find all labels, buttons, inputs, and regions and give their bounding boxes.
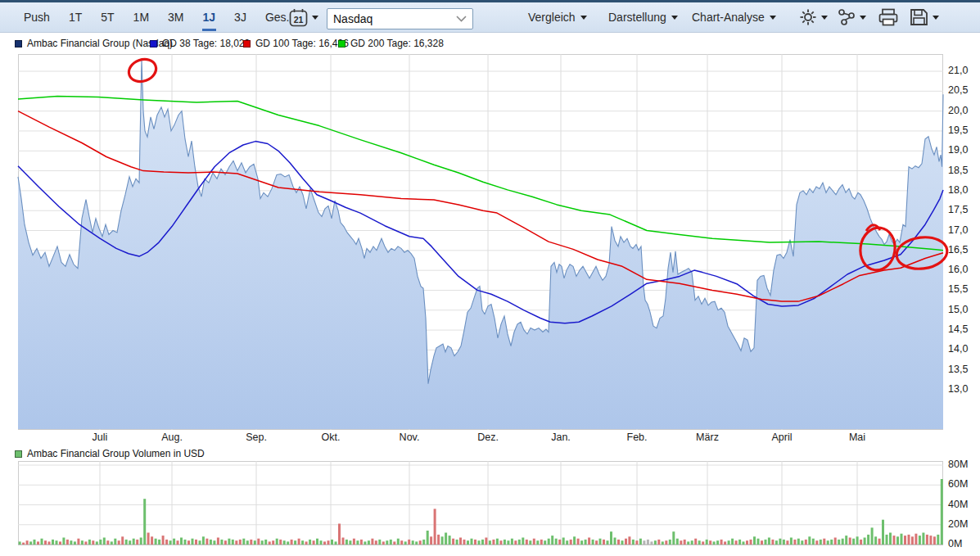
volume-bar — [66, 540, 69, 545]
volume-bar — [404, 541, 407, 545]
volume-bar — [793, 540, 796, 545]
volume-bar — [657, 540, 660, 545]
exchange-select-value: Nasdaq — [333, 12, 373, 25]
volume-bar — [368, 540, 370, 545]
legend-swatch — [15, 40, 22, 47]
volume-bar — [775, 540, 778, 545]
legend-label: GD 38 Tage: 18,023 — [162, 38, 250, 49]
volume-bar — [507, 540, 509, 545]
exchange-select[interactable]: Nasdaq — [327, 8, 473, 29]
range-tab-3m[interactable]: 3M — [167, 3, 184, 31]
volume-bar — [771, 540, 774, 545]
volume-bar — [452, 539, 454, 545]
volume-bar — [621, 540, 624, 545]
volume-bar — [915, 534, 917, 545]
volume-bar — [96, 541, 98, 545]
range-tab-ges[interactable]: Ges. — [264, 3, 291, 31]
menu-chart-analyse[interactable]: Chart-Analyse — [692, 2, 776, 32]
volume-bar — [743, 541, 745, 545]
volume-bar — [724, 541, 726, 545]
calendar-button[interactable]: 21 — [288, 7, 318, 28]
x-axis-label: Nov. — [400, 432, 420, 443]
volume-bar — [427, 531, 429, 545]
volume-bar — [911, 536, 914, 545]
volume-bar — [834, 538, 837, 545]
volume-bar — [922, 533, 924, 545]
volume-bar — [177, 540, 179, 545]
volume-bar — [783, 540, 785, 545]
volume-bar — [29, 541, 32, 545]
volume-bar — [492, 540, 495, 545]
volume-bar — [360, 540, 363, 545]
volume-bar — [684, 540, 686, 545]
volume-bar — [19, 541, 21, 545]
volume-bar — [162, 536, 165, 545]
menu-darstellung[interactable]: Darstellung — [608, 2, 678, 32]
volume-bar — [129, 540, 131, 545]
volume-bar — [529, 540, 531, 545]
volume-bar — [499, 540, 502, 545]
range-tab-1j[interactable]: 1J — [202, 3, 217, 31]
volume-bar — [558, 540, 561, 545]
volume-chart[interactable] — [18, 461, 943, 545]
range-tab-3j[interactable]: 3J — [233, 3, 247, 31]
volume-bar — [441, 536, 444, 545]
range-tab-5t[interactable]: 5T — [100, 3, 115, 31]
volume-bar — [335, 541, 337, 545]
volume-bar — [536, 540, 539, 545]
volume-bar — [305, 541, 308, 545]
volume-bar — [52, 540, 54, 545]
x-axis-label: Jan. — [551, 432, 571, 443]
volume-bar — [746, 540, 748, 545]
volume-bar — [628, 536, 630, 545]
volume-bar — [158, 540, 160, 545]
volume-bar — [434, 509, 436, 545]
print-button[interactable] — [878, 2, 899, 32]
volume-bar — [99, 540, 102, 545]
volume-bar — [522, 538, 524, 545]
x-axis-label: Sep. — [246, 432, 267, 443]
menu-vergleich[interactable]: Vergleich — [528, 2, 587, 32]
volume-bar — [136, 540, 138, 545]
volume-bar — [566, 540, 568, 545]
volume-bar — [210, 540, 212, 545]
volume-bar — [680, 540, 682, 545]
volume-bar — [805, 540, 807, 545]
volume-bar — [48, 541, 51, 545]
volume-bar — [313, 540, 315, 545]
volume-bar — [250, 540, 252, 545]
volume-bar — [669, 540, 671, 545]
settings-button[interactable] — [798, 2, 828, 32]
printer-icon — [878, 7, 899, 27]
volume-bar — [694, 539, 697, 545]
range-tab-1t[interactable]: 1T — [68, 3, 83, 31]
volume-bar — [121, 536, 124, 545]
volume-bar — [320, 540, 323, 545]
volume-bar — [562, 538, 565, 545]
volume-bar — [232, 540, 234, 545]
volume-bar — [41, 539, 43, 545]
volume-bar — [474, 540, 476, 545]
volume-bar — [467, 540, 469, 545]
volume-bar — [239, 540, 242, 545]
range-tab-1m[interactable]: 1M — [133, 3, 150, 31]
volume-bar — [34, 540, 36, 545]
legend-item: GD 100 Tage: 16,436 — [243, 38, 349, 49]
volume-bar — [276, 539, 278, 545]
volume-bar — [716, 540, 719, 545]
volume-bar — [342, 538, 345, 545]
volume-bar — [874, 536, 877, 545]
y-axis-label: 19,0 — [948, 144, 980, 156]
volume-bar — [635, 540, 638, 545]
volume-bar — [735, 540, 738, 545]
chevron-down-icon — [312, 16, 318, 20]
range-tab-push[interactable]: Push — [23, 3, 51, 31]
volume-bar — [496, 539, 499, 545]
price-chart[interactable] — [18, 54, 943, 430]
volume-bar — [489, 540, 491, 545]
volume-bar — [408, 540, 410, 545]
y-axis-label: 21,0 — [948, 65, 980, 76]
save-button[interactable] — [909, 2, 939, 32]
share-button[interactable] — [837, 2, 866, 32]
volume-bar — [643, 540, 645, 545]
